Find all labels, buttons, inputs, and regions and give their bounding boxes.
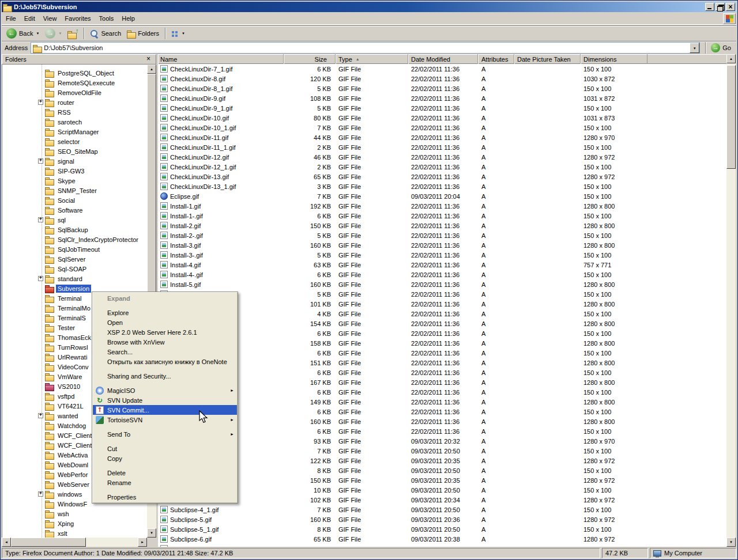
column-header[interactable]: Name xyxy=(158,54,284,64)
context-menu-item[interactable]: Sharing and Security... xyxy=(93,371,237,381)
scroll-left-button[interactable]: ◄ xyxy=(2,538,11,547)
file-row[interactable]: 6 KB GIF File 22/02/2011 11:36 A 150 x 1… xyxy=(158,348,726,358)
tree-expander-icon[interactable] xyxy=(38,80,43,85)
tree-expander-icon[interactable] xyxy=(38,109,43,115)
file-row[interactable]: 6 KB GIF File 22/02/2011 11:36 A 150 x 1… xyxy=(158,368,726,377)
file-row[interactable]: CheckLinuxDir-10.gif 80 KB GIF File 22/0… xyxy=(158,113,726,123)
tree-item[interactable]: selector xyxy=(2,137,147,146)
file-row[interactable]: CheckLinuxDir-13.gif 65 KB GIF File 22/0… xyxy=(158,172,726,181)
file-row[interactable]: 101 KB GIF File 22/02/2011 11:36 A 1280 … xyxy=(158,299,726,309)
file-row[interactable]: Subclipse-5.gif 160 KB GIF File 09/03/20… xyxy=(158,514,726,524)
scrollbar-thumb[interactable] xyxy=(726,65,736,169)
tree-expander-icon[interactable] xyxy=(38,462,43,467)
scroll-down-button[interactable]: ▼ xyxy=(147,528,156,538)
file-row[interactable]: CheckLinuxDir-10_1.gif 7 KB GIF File 22/… xyxy=(158,123,726,133)
tree-expander-icon[interactable]: + xyxy=(38,100,43,105)
address-dropdown-button[interactable]: ▼ xyxy=(690,43,699,53)
tree-expander-icon[interactable]: + xyxy=(38,158,43,164)
file-row[interactable]: Install-3-.gif 5 KB GIF File 22/02/2011 … xyxy=(158,250,726,260)
tree-item[interactable]: PostgreSQL_Object xyxy=(2,68,147,78)
tree-item[interactable]: RemoteSQLexecute xyxy=(2,78,147,88)
file-row[interactable]: 93 KB GIF File 09/03/2011 20:32 A 1280 x… xyxy=(158,436,726,446)
menu-item[interactable]: Edit xyxy=(20,14,39,23)
tree-expander-icon[interactable] xyxy=(38,501,43,506)
close-button[interactable] xyxy=(726,3,735,11)
context-menu-item[interactable]: Search... xyxy=(93,347,237,357)
tree-expander-icon[interactable] xyxy=(38,531,43,536)
column-header[interactable]: Date Picture Taken xyxy=(514,54,581,64)
tree-expander-icon[interactable] xyxy=(38,393,43,399)
tree-expander-icon[interactable] xyxy=(38,403,43,408)
context-menu-item[interactable]: Browse with XnView xyxy=(93,337,237,347)
tree-expander-icon[interactable] xyxy=(38,198,43,203)
file-row[interactable]: 154 KB GIF File 22/02/2011 11:36 A 1280 … xyxy=(158,319,726,328)
file-row[interactable]: Install-5.gif 160 KB GIF File 22/02/2011… xyxy=(158,279,726,289)
tree-item[interactable]: + router xyxy=(2,97,147,107)
menu-item[interactable]: Help xyxy=(118,14,139,23)
file-row[interactable]: CheckLinuxDir-7_1.gif 6 KB GIF File 22/0… xyxy=(158,64,726,74)
tree-item[interactable]: SqlClr_IndexCryptoProtector xyxy=(2,234,147,244)
tree-item[interactable]: SqlJobTimeout xyxy=(2,244,147,254)
file-row[interactable]: 151 KB GIF File 22/02/2011 11:36 A 1280 … xyxy=(158,358,726,368)
tree-expander-icon[interactable] xyxy=(38,423,43,428)
file-row[interactable]: CheckLinuxDir-12_1.gif 2 KB GIF File 22/… xyxy=(158,162,726,172)
file-row[interactable]: 10 KB GIF File 09/03/2011 20:50 A 150 x … xyxy=(158,485,726,495)
file-row[interactable]: 6 KB GIF File 22/02/2011 11:36 A 150 x 1… xyxy=(158,328,726,338)
list-vertical-scrollbar[interactable]: ▲ ▼ xyxy=(726,54,736,547)
tree-expander-icon[interactable]: + xyxy=(38,217,43,222)
tree-item[interactable]: Social xyxy=(2,195,147,205)
tree-item[interactable]: + standard xyxy=(2,274,147,283)
go-button[interactable]: → Go xyxy=(711,43,733,52)
file-row[interactable]: 167 KB GIF File 22/02/2011 11:36 A 1280 … xyxy=(158,377,726,387)
tree-expander-icon[interactable] xyxy=(38,247,43,252)
file-row[interactable]: Install-4.gif 63 KB GIF File 22/02/2011 … xyxy=(158,260,726,270)
tree-item[interactable]: RemoveOldFile xyxy=(2,88,147,97)
tree-expander-icon[interactable] xyxy=(38,472,43,477)
context-menu-item[interactable]: Properties xyxy=(93,492,237,502)
tree-expander-icon[interactable] xyxy=(38,266,43,271)
tree-expander-icon[interactable] xyxy=(38,178,43,183)
tree-expander-icon[interactable] xyxy=(38,227,43,232)
menu-item[interactable]: Favorites xyxy=(61,14,95,23)
file-row[interactable]: CheckLinuxDir-13_1.gif 3 KB GIF File 22/… xyxy=(158,181,726,191)
tree-item[interactable]: SqlBackup xyxy=(2,225,147,234)
file-row[interactable]: Install-3.gif 160 KB GIF File 22/02/2011… xyxy=(158,240,726,250)
views-button[interactable]: ▼ xyxy=(169,27,187,40)
context-menu-item[interactable]: Expand xyxy=(93,293,237,303)
context-menu-item[interactable]: Cut xyxy=(93,444,237,453)
tree-expander-icon[interactable] xyxy=(38,521,43,526)
tree-expander-icon[interactable]: + xyxy=(38,276,43,281)
file-row[interactable]: 122 KB GIF File 09/03/2011 20:35 A 1280 … xyxy=(158,456,726,466)
tree-item[interactable]: RSS xyxy=(2,107,147,117)
tree-expander-icon[interactable]: + xyxy=(38,491,43,497)
context-menu-item[interactable]: Delete xyxy=(93,468,237,478)
tree-expander-icon[interactable]: + xyxy=(38,413,43,418)
file-row[interactable]: 6 KB GIF File 22/02/2011 11:36 A 150 x 1… xyxy=(158,387,726,397)
column-header[interactable]: Size xyxy=(284,54,336,64)
file-row[interactable]: 102 KB GIF File 09/03/2011 20:34 A 1280 … xyxy=(158,495,726,505)
file-row[interactable]: Install-2.gif 150 KB GIF File 22/02/2011… xyxy=(158,221,726,230)
tree-expander-icon[interactable] xyxy=(38,482,43,487)
file-row[interactable]: Subclipse-6.gif 65 KB GIF File 09/03/201… xyxy=(158,534,726,544)
search-button[interactable]: Search xyxy=(88,27,123,40)
menu-item[interactable]: Tools xyxy=(95,14,118,23)
file-row[interactable]: 158 KB GIF File 22/02/2011 11:36 A 1280 … xyxy=(158,338,726,348)
tree-expander-icon[interactable] xyxy=(38,70,43,75)
tree-expander-icon[interactable] xyxy=(38,168,43,173)
scroll-up-button[interactable]: ▲ xyxy=(147,65,156,74)
menu-item[interactable]: View xyxy=(39,14,61,23)
file-row[interactable]: CheckLinuxDir-8.gif 120 KB GIF File 22/0… xyxy=(158,74,726,84)
up-button[interactable]: ↑ xyxy=(65,27,80,40)
file-row[interactable]: Eclipse.gif 7 KB GIF File 09/03/2011 20:… xyxy=(158,191,726,201)
file-row[interactable]: Subclipse-4_1.gif 7 KB GIF File 09/03/20… xyxy=(158,505,726,514)
column-header[interactable]: Dimensions xyxy=(581,54,647,64)
file-row[interactable]: CheckLinuxDir-9.gif 108 KB GIF File 22/0… xyxy=(158,93,726,103)
tree-item[interactable]: Xping xyxy=(2,519,147,528)
tree-item[interactable]: SNMP_Tester xyxy=(2,186,147,195)
tree-item[interactable]: Sql-SOAP xyxy=(2,264,147,274)
tree-expander-icon[interactable] xyxy=(38,256,43,262)
tree-item[interactable]: + signal xyxy=(2,156,147,166)
tree-expander-icon[interactable] xyxy=(38,442,43,448)
tree-item[interactable]: SEO_SiteMap xyxy=(2,146,147,156)
context-menu-item[interactable]: Copy xyxy=(93,453,237,463)
